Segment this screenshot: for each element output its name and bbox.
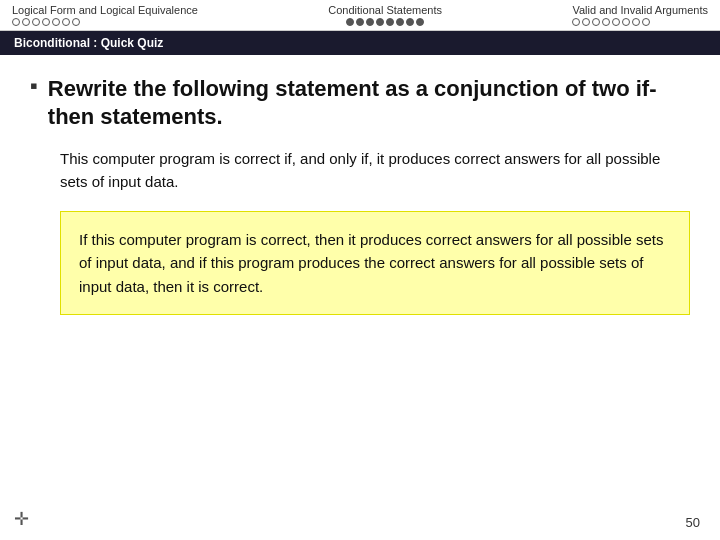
top-navigation: Logical Form and Logical Equivalence Con…	[0, 0, 720, 31]
dot-7	[72, 18, 80, 26]
answer-text: If this computer program is correct, the…	[79, 231, 663, 295]
rdot-6	[622, 18, 630, 26]
rdot-3	[592, 18, 600, 26]
nav-left-dots	[12, 18, 80, 26]
navigation-icon[interactable]: ✛	[14, 508, 29, 530]
rdot-4	[602, 18, 610, 26]
nav-left: Logical Form and Logical Equivalence	[12, 4, 198, 26]
dot-3	[32, 18, 40, 26]
cdot-6	[396, 18, 404, 26]
rdot-8	[642, 18, 650, 26]
nav-left-title: Logical Form and Logical Equivalence	[12, 4, 198, 16]
cdot-1	[346, 18, 354, 26]
section-banner: Biconditional : Quick Quiz	[0, 31, 720, 55]
main-content: ▪ Rewrite the following statement as a c…	[0, 55, 720, 335]
nav-right-title: Valid and Invalid Arguments	[572, 4, 708, 16]
question-bullet: ▪	[30, 73, 38, 130]
cdot-2	[356, 18, 364, 26]
dot-5	[52, 18, 60, 26]
cdot-8	[416, 18, 424, 26]
statement-paragraph: This computer program is correct if, and…	[60, 148, 690, 193]
page-number: 50	[686, 515, 700, 530]
dot-4	[42, 18, 50, 26]
rdot-2	[582, 18, 590, 26]
rdot-5	[612, 18, 620, 26]
nav-center-title: Conditional Statements	[328, 4, 442, 16]
rdot-7	[632, 18, 640, 26]
answer-box: If this computer program is correct, the…	[60, 211, 690, 315]
dot-2	[22, 18, 30, 26]
nav-center: Conditional Statements	[328, 4, 442, 26]
cdot-4	[376, 18, 384, 26]
banner-label: Biconditional : Quick Quiz	[14, 36, 163, 50]
question-text: Rewrite the following statement as a con…	[48, 75, 690, 130]
dot-1	[12, 18, 20, 26]
cdot-5	[386, 18, 394, 26]
cdot-7	[406, 18, 414, 26]
nav-center-dots	[346, 18, 424, 26]
rdot-1	[572, 18, 580, 26]
question-block: ▪ Rewrite the following statement as a c…	[30, 75, 690, 130]
cdot-3	[366, 18, 374, 26]
nav-right-dots	[572, 18, 650, 26]
nav-right: Valid and Invalid Arguments	[572, 4, 708, 26]
dot-6	[62, 18, 70, 26]
